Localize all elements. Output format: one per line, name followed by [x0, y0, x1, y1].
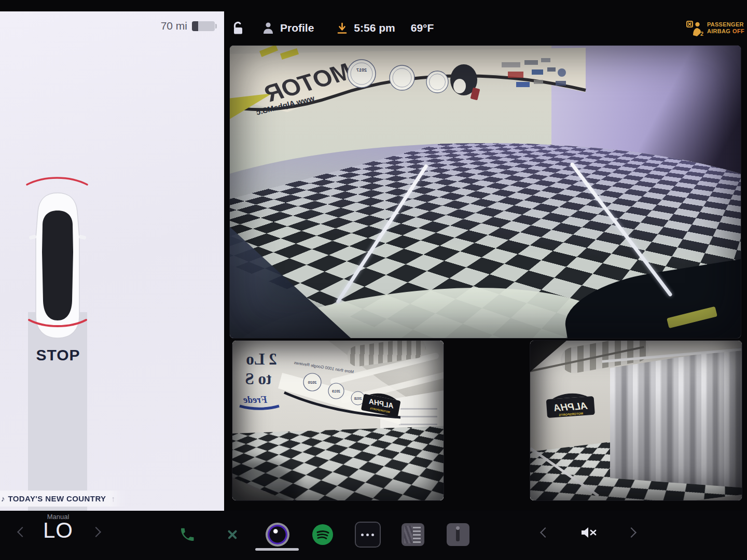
profile-button[interactable]: Profile [262, 21, 314, 35]
person-icon [262, 21, 274, 35]
spotify-icon [312, 524, 334, 545]
phone-icon [179, 526, 196, 543]
dock-item-energy[interactable] [435, 518, 480, 551]
download-icon[interactable] [337, 22, 348, 35]
stop-warning: STOP [0, 346, 116, 364]
wall-text-1: 2 Lo [246, 350, 276, 368]
vehicle-visualization-panel: 70 mi STOP ♪ TODAY'S NEW COUNTRY ↑ [0, 11, 224, 511]
up-arrow-icon: ↑ [111, 494, 115, 503]
dock-item-shuffle[interactable] [210, 518, 255, 551]
outside-temperature[interactable]: 69°F [411, 22, 434, 34]
award-year-2: 2019 [332, 389, 340, 393]
battery-range: 70 mi [161, 20, 215, 32]
media-track-title: TODAY'S NEW COUNTRY [8, 494, 106, 503]
shuffle-icon [226, 528, 239, 541]
garage-curtain [610, 347, 742, 488]
more-apps-icon [355, 522, 381, 548]
dock-item-calendar[interactable] [390, 518, 435, 551]
left-repeater-camera-view[interactable]: 2 Lo to S Frede More than 1000 Google Re… [232, 341, 444, 500]
right-repeater-camera-view[interactable]: ALPHA MOTORSPORTS [530, 341, 742, 500]
active-app-indicator [255, 548, 299, 551]
volume-down-chevron[interactable] [540, 527, 550, 538]
range-value: 70 mi [161, 20, 187, 32]
music-note-icon: ♪ [1, 494, 5, 503]
award-year-3: 2018 [354, 397, 362, 400]
proximity-arc-front [23, 166, 91, 187]
wall-banner: 2 Lo to S Frede More than 1000 Google Re… [234, 343, 400, 441]
airbag-icon: 2 [686, 20, 703, 36]
backup-camera-icon [266, 523, 289, 547]
clock: 5:56 pm [354, 22, 395, 34]
calendar-app-icon [402, 523, 424, 546]
svg-text:2: 2 [700, 31, 703, 36]
volume-control [537, 518, 639, 547]
app-dock [164, 518, 480, 551]
award-year: 2017 [356, 67, 367, 73]
passenger-airbag-indicator: 2 PASSENGER AIRBAGOFF [686, 20, 744, 36]
status-bar: Profile 5:56 pm 69°F 2 PASSENGER AIRBAGO… [224, 11, 747, 45]
dock-item-spotify[interactable] [300, 518, 345, 551]
climate-control: Manual LO [0, 511, 116, 560]
volume-muted-icon[interactable] [579, 525, 598, 540]
volume-up-chevron[interactable] [626, 527, 637, 538]
battery-icon [192, 21, 215, 31]
media-now-playing-banner[interactable]: ♪ TODAY'S NEW COUNTRY ↑ [0, 491, 136, 507]
dock-item-phone[interactable] [164, 518, 210, 551]
dock-item-more-apps[interactable] [345, 518, 390, 551]
award-year-1: 2020 [308, 380, 317, 385]
wall-text-2: to S [245, 370, 272, 388]
airbag-text-line1: PASSENGER [707, 21, 744, 28]
alpha-wall-logo: ALPHA MOTORSPORTS [538, 388, 603, 429]
profile-label: Profile [280, 22, 314, 34]
proximity-arc-rear [25, 317, 90, 335]
airbag-status: OFF [732, 28, 744, 34]
reviews-text: More than 1000 Google Reviews [294, 360, 354, 374]
tesla-touchscreen: 70 mi STOP ♪ TODAY'S NEW COUNTRY ↑ [0, 0, 747, 560]
wall-script-text: Frede [243, 394, 268, 405]
energy-app-icon [447, 523, 469, 546]
dock-item-backup-camera[interactable] [255, 518, 300, 551]
airbag-text-line2: AIRBAG [707, 28, 730, 34]
unlock-icon[interactable] [231, 21, 244, 35]
rear-camera-view[interactable]: MOTOR www.AlphaMS.c 2017 [230, 46, 741, 338]
road-lane [28, 312, 87, 511]
bottom-bar: Manual LO [0, 511, 747, 560]
